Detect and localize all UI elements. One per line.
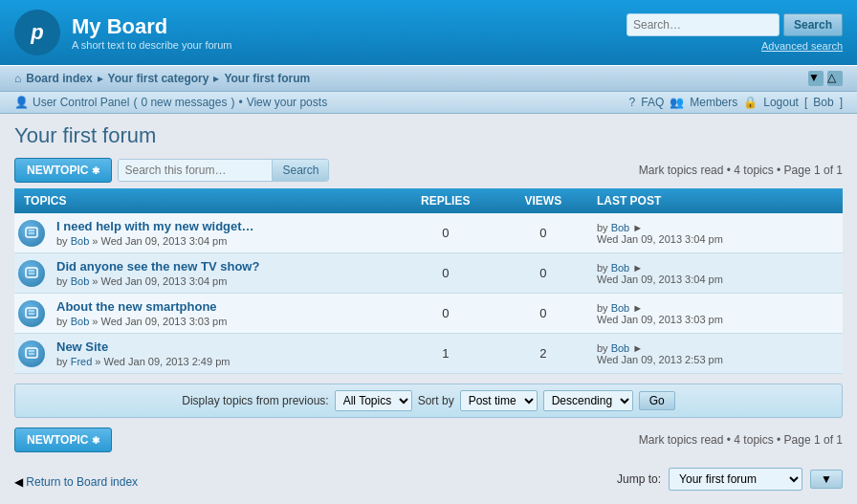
- logout-link[interactable]: Logout: [763, 96, 799, 109]
- user-icon: 👤: [14, 96, 29, 109]
- breadcrumb-forum: Your first forum: [224, 72, 310, 85]
- new-messages-link[interactable]: 0 new messages: [141, 96, 227, 109]
- view-posts-link[interactable]: View your posts: [247, 96, 328, 109]
- topic-author-link[interactable]: Bob: [71, 275, 90, 287]
- new-messages-count: (: [133, 96, 137, 109]
- return-to-board-link[interactable]: Return to Board index: [26, 475, 138, 489]
- header-search-button[interactable]: Search: [783, 13, 843, 36]
- table-row: I need help with my new widget… by Bob »…: [14, 213, 843, 253]
- jump-to-select[interactable]: Your first forum: [669, 468, 802, 491]
- replies-cell: 0: [392, 294, 499, 334]
- topic-title-link[interactable]: About the new smartphone: [56, 299, 217, 314]
- page-info-bottom: Page 1 of 1: [784, 433, 843, 447]
- topic-by: by Bob » Wed Jan 09, 2013 3:04 pm: [56, 235, 385, 247]
- faq-link[interactable]: FAQ: [641, 96, 664, 109]
- topic-author-link[interactable]: Fred: [71, 356, 93, 367]
- return-arrow: ◀: [14, 475, 26, 489]
- breadcrumb-category[interactable]: Your first category: [108, 72, 209, 85]
- breadcrumb-board-index[interactable]: Board index: [26, 72, 92, 85]
- jump-label: Jump to:: [617, 472, 661, 486]
- lock-icon: 🔒: [743, 96, 758, 109]
- members-link[interactable]: Members: [690, 96, 737, 109]
- order-select[interactable]: Descending: [543, 390, 633, 411]
- sort-by-select[interactable]: Post time: [460, 390, 538, 411]
- board-name: My Board: [72, 14, 232, 39]
- table-row: Did anyone see the new TV show? by Bob »…: [14, 253, 843, 294]
- topic-icon-img: [18, 340, 45, 367]
- topic-info-cell: Did anyone see the new TV show? by Bob »…: [49, 253, 392, 294]
- header-search-row: Search: [626, 13, 843, 36]
- last-post-cell: by Bob ►Wed Jan 09, 2013 3:04 pm: [587, 213, 843, 253]
- bottom-right-info: Mark topics read • 4 topics • Page 1 of …: [639, 433, 843, 447]
- breadcrumb-sep1: ▸: [98, 72, 103, 85]
- header-search-area: Search Advanced search: [626, 13, 843, 52]
- topic-icon-cell: [14, 253, 49, 294]
- table-row: New Site by Fred » Wed Jan 09, 2013 2:49…: [14, 334, 843, 374]
- topic-author-link[interactable]: Bob: [71, 316, 90, 327]
- change-style-icon[interactable]: ▼: [808, 71, 824, 86]
- svg-rect-9: [26, 348, 37, 358]
- main-content: Your first forum NEWTOPIC ✱ Search Mark …: [0, 114, 857, 504]
- username-link[interactable]: Bob: [813, 96, 833, 109]
- advanced-search-link[interactable]: Advanced search: [761, 40, 843, 52]
- phpbb-logo: p: [14, 10, 60, 55]
- topic-count-bottom: 4 topics: [734, 433, 773, 447]
- col-last-post-header: LAST POST: [587, 188, 843, 213]
- filter-topics-select[interactable]: All Topics: [335, 390, 412, 411]
- topic-by: by Bob » Wed Jan 09, 2013 3:03 pm: [56, 316, 385, 327]
- forum-search-input[interactable]: [119, 160, 272, 181]
- topic-title-link[interactable]: I need help with my new widget…: [56, 219, 254, 233]
- last-post-cell: by Bob ►Wed Jan 09, 2013 2:53 pm: [587, 334, 843, 374]
- topic-icon-img: [18, 260, 45, 287]
- replies-cell: 0: [392, 213, 499, 253]
- page-header: p My Board A short text to describe your…: [0, 0, 857, 65]
- nav-left: 👤 User Control Panel (0 new messages) • …: [14, 96, 327, 109]
- views-cell: 0: [499, 253, 587, 294]
- col-topics-header: TOPICS: [14, 188, 392, 213]
- breadcrumb-sep2: ▸: [213, 72, 219, 85]
- nav-right: ? FAQ 👥 Members 🔒 Logout [ Bob ]: [629, 96, 843, 109]
- mark-topics-read-link-top[interactable]: Mark topics read: [639, 164, 724, 177]
- last-post-cell: by Bob ►Wed Jan 09, 2013 3:03 pm: [587, 294, 843, 334]
- views-cell: 0: [499, 294, 587, 334]
- jump-bar: Jump to: Your first forum ▼: [617, 462, 843, 496]
- views-cell: 0: [499, 213, 587, 253]
- last-post-author-link[interactable]: Bob: [611, 302, 630, 314]
- mark-topics-read-link-bottom[interactable]: Mark topics read: [639, 433, 724, 447]
- topic-icon-cell: [14, 213, 49, 253]
- sort-label: Sort by: [418, 394, 454, 407]
- ucp-link[interactable]: User Control Panel: [33, 96, 129, 109]
- topics-table: TOPICS REPLIES VIEWS LAST POST I need he…: [14, 188, 843, 374]
- replies-cell: 0: [392, 253, 499, 294]
- new-topic-button-bottom[interactable]: NEWTOPIC ✱: [14, 427, 112, 452]
- last-post-author-link[interactable]: Bob: [611, 222, 630, 233]
- topic-title-link[interactable]: Did anyone see the new TV show?: [56, 259, 259, 274]
- nav-bar: 👤 User Control Panel (0 new messages) • …: [0, 92, 857, 114]
- topic-count-top: 4 topics: [734, 164, 773, 177]
- col-replies-header: REPLIES: [392, 188, 499, 213]
- topic-title-link[interactable]: New Site: [56, 340, 108, 354]
- table-row: About the new smartphone by Bob » Wed Ja…: [14, 294, 843, 334]
- last-post-author-link[interactable]: Bob: [611, 342, 630, 354]
- page-info-top: Page 1 of 1: [784, 164, 843, 177]
- header-search-input[interactable]: [626, 13, 780, 36]
- forum-title: Your first forum: [14, 123, 843, 148]
- question-icon: ?: [629, 96, 636, 109]
- filter-go-button[interactable]: Go: [639, 391, 675, 410]
- topic-icon-img: [18, 220, 45, 247]
- breadcrumb-bar: ⌂ Board index ▸ Your first category ▸ Yo…: [0, 65, 857, 92]
- breadcrumb-home-icon: ⌂: [14, 72, 21, 85]
- forum-search-button[interactable]: Search: [272, 160, 328, 181]
- topic-info-cell: I need help with my new widget… by Bob »…: [49, 213, 392, 253]
- breadcrumb: ⌂ Board index ▸ Your first category ▸ Yo…: [14, 72, 310, 85]
- topic-icon-cell: [14, 334, 49, 374]
- expand-icon[interactable]: △: [827, 71, 843, 86]
- filter-bar: Display topics from previous: All Topics…: [14, 383, 843, 418]
- last-post-author-link[interactable]: Bob: [611, 262, 630, 274]
- new-topic-button[interactable]: NEWTOPIC ✱: [14, 158, 112, 183]
- jump-go-button[interactable]: ▼: [810, 470, 843, 489]
- star-icon-bottom: ✱: [92, 435, 99, 446]
- topic-author-link[interactable]: Bob: [71, 235, 90, 247]
- replies-cell: 1: [392, 334, 499, 374]
- star-icon: ✱: [92, 165, 99, 176]
